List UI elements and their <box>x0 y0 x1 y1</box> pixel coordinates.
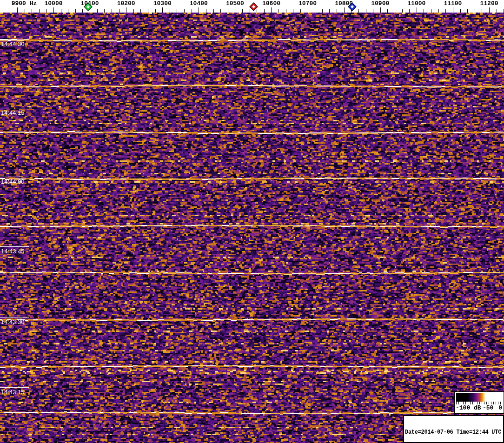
freq-label: 11100 <box>444 0 462 7</box>
freq-label: 10900 <box>371 0 389 7</box>
info-date-time: Date=2014-07-06 Time=12:44 UTC <box>405 429 502 436</box>
spectrogram-waterfall[interactable] <box>0 13 504 443</box>
freq-label: 10300 <box>153 0 172 7</box>
db-max-label: 0 <box>498 404 502 411</box>
freq-label: 11000 <box>407 0 425 7</box>
db-gradient-bar <box>456 393 502 402</box>
db-min-label: -100 dB <box>456 404 481 411</box>
db-scale-labels: -100 dB -50 0 <box>455 404 504 413</box>
marker-diamond-center <box>351 5 354 8</box>
freq-label: 10400 <box>190 0 208 7</box>
frequency-ruler[interactable]: 9900 Hz100001010010200103001040010500106… <box>0 0 504 13</box>
freq-label: 10200 <box>117 0 135 7</box>
freq-label: 10700 <box>298 0 317 7</box>
freq-label: 9900 Hz <box>12 0 37 7</box>
freq-label: 10500 <box>226 0 244 7</box>
observation-info-box: Date=2014-07-06 Time=12:44 UTC Freq=143 … <box>403 415 504 443</box>
freq-label: 10600 <box>262 0 280 7</box>
freq-label: 10000 <box>44 0 62 7</box>
db-color-scale: -100 dB -50 0 <box>454 391 504 414</box>
freq-label: 11200 <box>480 0 498 7</box>
spectrogram-app-window: 9900 Hz100001010010200103001040010500106… <box>0 0 504 443</box>
marker-diamond-center <box>86 5 90 8</box>
db-mid-label: -50 <box>483 404 493 411</box>
marker-diamond-center <box>252 5 255 8</box>
